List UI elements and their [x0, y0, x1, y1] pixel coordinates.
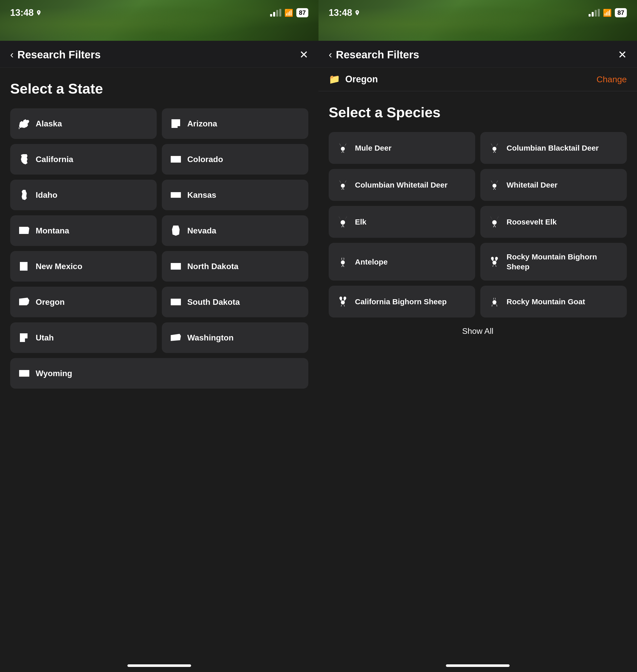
species-item-rocky-mountain-bighorn[interactable]: Rocky Mountain Bighorn Sheep [480, 243, 627, 280]
state-name-south-dakota: South Dakota [187, 297, 240, 307]
map-background-right: 13:48 📶 87 [318, 0, 637, 41]
home-indicator-left [127, 664, 191, 667]
state-name-nevada: Nevada [187, 226, 216, 235]
svg-point-13 [341, 301, 345, 304]
state-item-kansas[interactable]: Kansas [162, 180, 308, 210]
state-name-montana: Montana [36, 226, 69, 235]
state-item-south-dakota[interactable]: South Dakota [162, 287, 308, 317]
states-grid: Alaska Arizona California [10, 108, 308, 388]
species-item-mule-deer[interactable]: Mule Deer [329, 132, 475, 164]
state-item-california[interactable]: California [10, 144, 157, 175]
species-content: Select a Species Mule Deer [318, 91, 637, 659]
new-mexico-icon [18, 260, 31, 273]
elk-icon [336, 215, 350, 229]
wyoming-icon [18, 367, 31, 380]
svg-rect-3 [171, 299, 181, 305]
svg-point-12 [493, 261, 496, 265]
oregon-icon [18, 296, 31, 308]
state-name-utah: Utah [36, 333, 54, 343]
states-section-title: Select a State [10, 80, 308, 97]
battery-left: 87 [296, 8, 308, 17]
svg-point-7 [341, 184, 345, 187]
roosevelt-elk-icon [488, 215, 502, 229]
signal-icon-right [588, 9, 600, 17]
state-name-idaho: Idaho [36, 190, 57, 200]
time-display-left: 13:48 [10, 7, 34, 18]
svg-rect-1 [171, 192, 181, 198]
close-button-left[interactable]: ✕ [299, 49, 308, 61]
status-icons-left: 📶 87 [270, 8, 308, 17]
colorado-icon [169, 153, 182, 166]
species-name-antelope: Antelope [355, 257, 387, 267]
state-name-california: California [36, 155, 73, 164]
state-name-kansas: Kansas [187, 190, 216, 200]
nevada-icon [169, 224, 182, 237]
species-name-elk: Elk [355, 217, 366, 227]
south-dakota-icon [169, 296, 182, 308]
state-item-arizona[interactable]: Arizona [162, 108, 308, 139]
species-item-antelope[interactable]: Antelope [329, 243, 475, 280]
status-icons-right: 📶 87 [588, 8, 627, 17]
state-name-alaska: Alaska [36, 119, 62, 128]
svg-rect-4 [19, 370, 29, 377]
svg-point-8 [493, 184, 496, 187]
state-item-washington[interactable]: Washington [162, 322, 308, 353]
wifi-icon-right: 📶 [603, 9, 612, 17]
change-state-button[interactable]: Change [597, 74, 627, 84]
page-title-right: Research Filters [336, 49, 419, 61]
signal-icon-left [270, 9, 281, 17]
species-name-rocky-mountain-goat: Rocky Mountain Goat [507, 297, 585, 307]
back-button-right[interactable]: ‹ [329, 49, 332, 60]
close-button-right[interactable]: ✕ [618, 49, 627, 61]
whitetail-deer-icon [488, 178, 502, 192]
state-item-new-mexico[interactable]: New Mexico [10, 251, 157, 281]
state-item-colorado[interactable]: Colorado [162, 144, 308, 175]
species-name-roosevelt-elk: Roosevelt Elk [507, 217, 557, 227]
right-panel: 13:48 📶 87 ‹ Research Filters ✕ 📁 [318, 0, 637, 672]
show-all-button[interactable]: Show All [329, 317, 627, 345]
state-item-utah[interactable]: Utah [10, 322, 157, 353]
state-item-montana[interactable]: Montana [10, 215, 157, 246]
species-section-title: Select a Species [329, 104, 627, 121]
antelope-icon [336, 255, 350, 269]
back-button-left[interactable]: ‹ [10, 49, 14, 60]
species-name-whitetail-deer: Whitetail Deer [507, 180, 558, 190]
species-item-california-bighorn[interactable]: California Bighorn Sheep [329, 286, 475, 317]
state-item-alaska[interactable]: Alaska [10, 108, 157, 139]
state-item-wyoming[interactable]: Wyoming [10, 358, 308, 388]
species-item-columbian-blacktail[interactable]: Columbian Blacktail Deer [480, 132, 627, 164]
wifi-icon-left: 📶 [284, 9, 293, 17]
state-item-nevada[interactable]: Nevada [162, 215, 308, 246]
columbian-whitetail-icon [336, 178, 350, 192]
north-dakota-icon [169, 260, 182, 273]
rocky-mountain-goat-icon [488, 295, 502, 309]
species-name-california-bighorn: California Bighorn Sheep [355, 297, 447, 307]
kansas-icon [169, 188, 182, 201]
state-item-oregon[interactable]: Oregon [10, 287, 157, 317]
species-grid: Mule Deer Columbian Blacktail Deer [329, 132, 627, 317]
state-name-colorado: Colorado [187, 155, 223, 164]
svg-point-9 [341, 220, 345, 225]
utah-icon [18, 331, 31, 344]
state-item-idaho[interactable]: Idaho [10, 180, 157, 210]
species-name-mule-deer: Mule Deer [355, 143, 392, 153]
time-left: 13:48 [10, 7, 42, 18]
svg-point-10 [492, 220, 497, 225]
species-item-rocky-mountain-goat[interactable]: Rocky Mountain Goat [480, 286, 627, 317]
selected-state-bar: 📁 Oregon Change [318, 68, 637, 91]
montana-icon [18, 224, 31, 237]
battery-right: 87 [615, 8, 627, 17]
state-name-wyoming: Wyoming [36, 369, 72, 378]
nav-bar-right: ‹ Research Filters ✕ [318, 41, 637, 68]
species-name-columbian-whitetail: Columbian Whitetail Deer [355, 180, 448, 190]
selected-state-name: Oregon [345, 74, 378, 85]
rocky-mountain-bighorn-icon [488, 255, 502, 269]
state-item-north-dakota[interactable]: North Dakota [162, 251, 308, 281]
species-item-elk[interactable]: Elk [329, 206, 475, 238]
svg-rect-0 [171, 156, 181, 163]
species-item-roosevelt-elk[interactable]: Roosevelt Elk [480, 206, 627, 238]
species-item-columbian-whitetail[interactable]: Columbian Whitetail Deer [329, 169, 475, 201]
svg-point-5 [341, 147, 345, 151]
status-bar-right: 13:48 📶 87 [318, 0, 637, 20]
species-item-whitetail-deer[interactable]: Whitetail Deer [480, 169, 627, 201]
